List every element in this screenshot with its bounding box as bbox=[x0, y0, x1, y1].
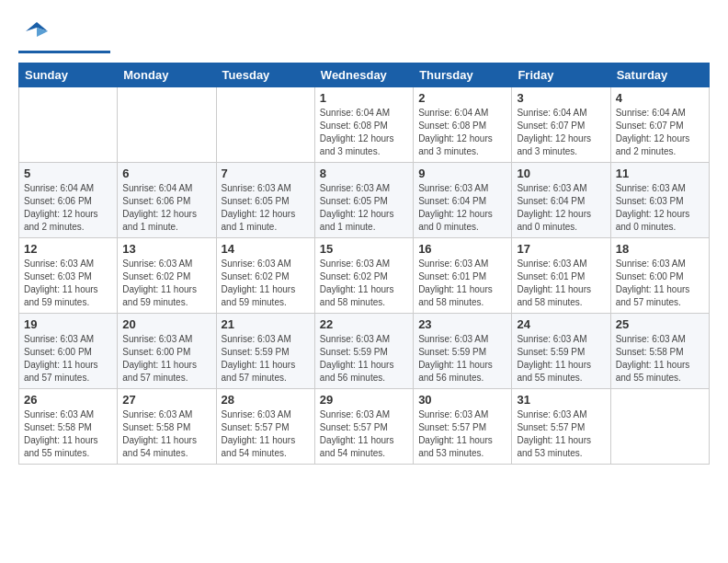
calendar-cell: 27Sunrise: 6:03 AM Sunset: 5:58 PM Dayli… bbox=[118, 389, 216, 465]
calendar-cell: 28Sunrise: 6:03 AM Sunset: 5:57 PM Dayli… bbox=[216, 389, 314, 465]
logo bbox=[18, 18, 110, 53]
day-number: 20 bbox=[122, 317, 210, 331]
calendar-cell: 11Sunrise: 6:03 AM Sunset: 6:03 PM Dayli… bbox=[610, 163, 709, 238]
calendar-cell: 20Sunrise: 6:03 AM Sunset: 6:00 PM Dayli… bbox=[118, 314, 216, 389]
calendar-table: SundayMondayTuesdayWednesdayThursdayFrid… bbox=[18, 63, 710, 465]
calendar-cell: 22Sunrise: 6:03 AM Sunset: 5:59 PM Dayli… bbox=[314, 314, 413, 389]
day-number: 31 bbox=[517, 393, 605, 407]
day-number: 6 bbox=[122, 167, 210, 180]
day-info: Sunrise: 6:03 AM Sunset: 6:02 PM Dayligh… bbox=[122, 258, 210, 309]
day-info: Sunrise: 6:03 AM Sunset: 6:05 PM Dayligh… bbox=[320, 182, 408, 234]
day-number: 17 bbox=[517, 242, 605, 256]
calendar-cell: 3Sunrise: 6:04 AM Sunset: 6:07 PM Daylig… bbox=[512, 87, 610, 163]
day-number: 12 bbox=[24, 242, 112, 256]
calendar-cell: 30Sunrise: 6:03 AM Sunset: 5:57 PM Dayli… bbox=[414, 389, 512, 465]
day-info: Sunrise: 6:03 AM Sunset: 6:02 PM Dayligh… bbox=[320, 258, 408, 309]
day-info: Sunrise: 6:03 AM Sunset: 6:04 PM Dayligh… bbox=[418, 182, 506, 234]
day-info: Sunrise: 6:03 AM Sunset: 5:59 PM Dayligh… bbox=[222, 333, 310, 385]
day-number: 7 bbox=[222, 167, 310, 180]
calendar-week-5: 26Sunrise: 6:03 AM Sunset: 5:58 PM Dayli… bbox=[19, 389, 710, 465]
calendar-cell: 2Sunrise: 6:04 AM Sunset: 6:08 PM Daylig… bbox=[414, 87, 512, 163]
day-number: 19 bbox=[24, 317, 112, 331]
calendar-cell: 4Sunrise: 6:04 AM Sunset: 6:07 PM Daylig… bbox=[610, 87, 709, 163]
calendar-cell: 15Sunrise: 6:03 AM Sunset: 6:02 PM Dayli… bbox=[314, 238, 413, 314]
day-info: Sunrise: 6:04 AM Sunset: 6:08 PM Dayligh… bbox=[418, 107, 506, 158]
calendar-cell: 6Sunrise: 6:04 AM Sunset: 6:06 PM Daylig… bbox=[118, 163, 216, 238]
calendar-cell: 23Sunrise: 6:03 AM Sunset: 5:59 PM Dayli… bbox=[414, 314, 512, 389]
day-info: Sunrise: 6:03 AM Sunset: 6:02 PM Dayligh… bbox=[222, 258, 310, 309]
calendar-cell: 21Sunrise: 6:03 AM Sunset: 5:59 PM Dayli… bbox=[216, 314, 314, 389]
logo-bird-icon bbox=[24, 18, 50, 48]
day-info: Sunrise: 6:04 AM Sunset: 6:06 PM Dayligh… bbox=[122, 182, 210, 234]
day-number: 27 bbox=[122, 393, 210, 407]
calendar-week-3: 12Sunrise: 6:03 AM Sunset: 6:03 PM Dayli… bbox=[19, 238, 710, 314]
dow-header-friday: Friday bbox=[512, 63, 610, 87]
calendar-cell bbox=[19, 87, 118, 163]
day-info: Sunrise: 6:03 AM Sunset: 5:58 PM Dayligh… bbox=[24, 408, 112, 460]
page-header bbox=[18, 18, 710, 53]
calendar-cell: 16Sunrise: 6:03 AM Sunset: 6:01 PM Dayli… bbox=[414, 238, 512, 314]
calendar-week-2: 5Sunrise: 6:04 AM Sunset: 6:06 PM Daylig… bbox=[19, 163, 710, 238]
day-number: 10 bbox=[517, 167, 605, 180]
day-number: 26 bbox=[24, 393, 112, 407]
day-info: Sunrise: 6:03 AM Sunset: 6:03 PM Dayligh… bbox=[24, 258, 112, 309]
day-info: Sunrise: 6:03 AM Sunset: 6:00 PM Dayligh… bbox=[616, 258, 704, 309]
day-number: 11 bbox=[616, 167, 704, 180]
day-number: 25 bbox=[616, 317, 704, 331]
day-info: Sunrise: 6:03 AM Sunset: 6:01 PM Dayligh… bbox=[418, 258, 506, 309]
day-info: Sunrise: 6:03 AM Sunset: 5:59 PM Dayligh… bbox=[320, 333, 408, 385]
calendar-cell: 5Sunrise: 6:04 AM Sunset: 6:06 PM Daylig… bbox=[19, 163, 118, 238]
day-number: 30 bbox=[418, 393, 506, 407]
calendar-cell: 29Sunrise: 6:03 AM Sunset: 5:57 PM Dayli… bbox=[314, 389, 413, 465]
day-number: 2 bbox=[418, 91, 506, 105]
dow-header-wednesday: Wednesday bbox=[314, 63, 413, 87]
day-number: 21 bbox=[222, 317, 310, 331]
day-number: 28 bbox=[222, 393, 310, 407]
day-info: Sunrise: 6:03 AM Sunset: 5:57 PM Dayligh… bbox=[517, 408, 605, 460]
day-number: 22 bbox=[320, 317, 408, 331]
calendar-week-4: 19Sunrise: 6:03 AM Sunset: 6:00 PM Dayli… bbox=[19, 314, 710, 389]
calendar-cell: 10Sunrise: 6:03 AM Sunset: 6:04 PM Dayli… bbox=[512, 163, 610, 238]
day-number: 13 bbox=[122, 242, 210, 256]
day-info: Sunrise: 6:04 AM Sunset: 6:08 PM Dayligh… bbox=[320, 107, 408, 158]
day-number: 3 bbox=[517, 91, 605, 105]
calendar-week-1: 1Sunrise: 6:04 AM Sunset: 6:08 PM Daylig… bbox=[19, 87, 710, 163]
day-number: 29 bbox=[320, 393, 408, 407]
dow-header-tuesday: Tuesday bbox=[216, 63, 314, 87]
calendar-cell bbox=[610, 389, 709, 465]
day-number: 15 bbox=[320, 242, 408, 256]
calendar-cell bbox=[216, 87, 314, 163]
day-info: Sunrise: 6:03 AM Sunset: 6:04 PM Dayligh… bbox=[517, 182, 605, 234]
day-info: Sunrise: 6:03 AM Sunset: 5:59 PM Dayligh… bbox=[517, 333, 605, 385]
dow-header-sunday: Sunday bbox=[19, 63, 118, 87]
day-info: Sunrise: 6:03 AM Sunset: 6:00 PM Dayligh… bbox=[24, 333, 112, 385]
day-info: Sunrise: 6:03 AM Sunset: 6:03 PM Dayligh… bbox=[616, 182, 704, 234]
day-number: 1 bbox=[320, 91, 408, 105]
day-number: 23 bbox=[418, 317, 506, 331]
day-info: Sunrise: 6:04 AM Sunset: 6:06 PM Dayligh… bbox=[24, 182, 112, 234]
day-info: Sunrise: 6:03 AM Sunset: 6:00 PM Dayligh… bbox=[122, 333, 210, 385]
calendar-cell: 31Sunrise: 6:03 AM Sunset: 5:57 PM Dayli… bbox=[512, 389, 610, 465]
day-info: Sunrise: 6:03 AM Sunset: 6:05 PM Dayligh… bbox=[222, 182, 310, 234]
day-number: 14 bbox=[222, 242, 310, 256]
calendar-cell: 18Sunrise: 6:03 AM Sunset: 6:00 PM Dayli… bbox=[610, 238, 709, 314]
day-info: Sunrise: 6:03 AM Sunset: 5:59 PM Dayligh… bbox=[418, 333, 506, 385]
calendar-cell: 17Sunrise: 6:03 AM Sunset: 6:01 PM Dayli… bbox=[512, 238, 610, 314]
day-info: Sunrise: 6:03 AM Sunset: 5:57 PM Dayligh… bbox=[418, 408, 506, 460]
day-number: 16 bbox=[418, 242, 506, 256]
calendar-cell: 25Sunrise: 6:03 AM Sunset: 5:58 PM Dayli… bbox=[610, 314, 709, 389]
day-info: Sunrise: 6:03 AM Sunset: 5:58 PM Dayligh… bbox=[122, 408, 210, 460]
calendar-cell bbox=[118, 87, 216, 163]
day-number: 24 bbox=[517, 317, 605, 331]
calendar-cell: 26Sunrise: 6:03 AM Sunset: 5:58 PM Dayli… bbox=[19, 389, 118, 465]
day-number: 4 bbox=[616, 91, 704, 105]
calendar-cell: 14Sunrise: 6:03 AM Sunset: 6:02 PM Dayli… bbox=[216, 238, 314, 314]
calendar-cell: 24Sunrise: 6:03 AM Sunset: 5:59 PM Dayli… bbox=[512, 314, 610, 389]
day-info: Sunrise: 6:03 AM Sunset: 5:57 PM Dayligh… bbox=[222, 408, 310, 460]
day-number: 18 bbox=[616, 242, 704, 256]
day-info: Sunrise: 6:04 AM Sunset: 6:07 PM Dayligh… bbox=[517, 107, 605, 158]
calendar-cell: 9Sunrise: 6:03 AM Sunset: 6:04 PM Daylig… bbox=[414, 163, 512, 238]
day-info: Sunrise: 6:03 AM Sunset: 5:58 PM Dayligh… bbox=[616, 333, 704, 385]
day-of-week-header: SundayMondayTuesdayWednesdayThursdayFrid… bbox=[19, 63, 710, 87]
calendar-cell: 7Sunrise: 6:03 AM Sunset: 6:05 PM Daylig… bbox=[216, 163, 314, 238]
